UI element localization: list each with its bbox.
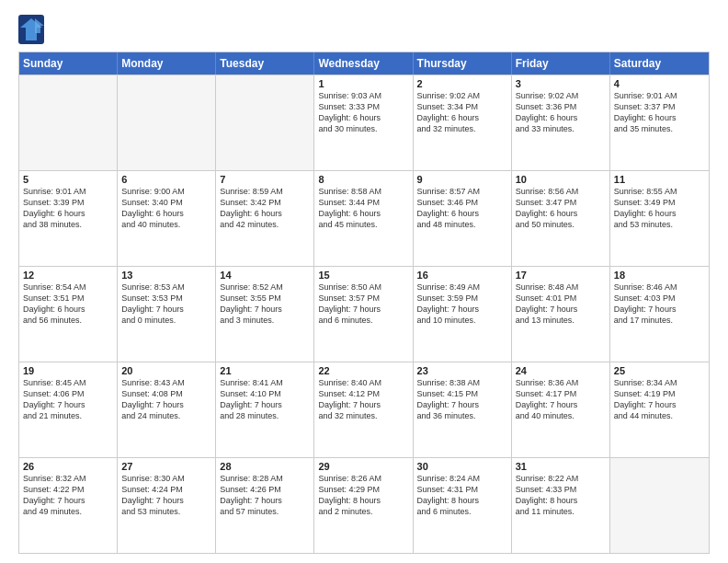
- cal-cell: 19Sunrise: 8:45 AM Sunset: 4:06 PM Dayli…: [19, 362, 118, 457]
- cell-text: Sunrise: 9:02 AM Sunset: 3:34 PM Dayligh…: [417, 91, 481, 133]
- cell-text: Sunrise: 8:58 AM Sunset: 3:44 PM Dayligh…: [318, 187, 381, 229]
- cell-text: Sunrise: 9:03 AM Sunset: 3:33 PM Dayligh…: [318, 91, 381, 133]
- cell-text: Sunrise: 8:50 AM Sunset: 3:57 PM Dayligh…: [318, 282, 381, 325]
- cal-cell: [118, 75, 216, 170]
- cell-text: Sunrise: 8:57 AM Sunset: 3:46 PM Dayligh…: [417, 187, 481, 229]
- day-number: 11: [614, 174, 705, 185]
- cal-week: 19Sunrise: 8:45 AM Sunset: 4:06 PM Dayli…: [19, 362, 709, 457]
- cell-text: Sunrise: 8:36 AM Sunset: 4:17 PM Dayligh…: [516, 378, 579, 420]
- cal-cell: 7Sunrise: 8:59 AM Sunset: 3:42 PM Daylig…: [216, 171, 314, 266]
- cal-cell: 30Sunrise: 8:24 AM Sunset: 4:31 PM Dayli…: [414, 458, 512, 553]
- cal-cell: 17Sunrise: 8:48 AM Sunset: 4:01 PM Dayli…: [512, 267, 610, 362]
- cal-cell: 14Sunrise: 8:52 AM Sunset: 3:55 PM Dayli…: [216, 267, 314, 362]
- page-header: [18, 15, 710, 44]
- day-number: 31: [516, 461, 606, 472]
- cell-text: Sunrise: 8:22 AM Sunset: 4:33 PM Dayligh…: [516, 474, 579, 516]
- cal-cell: 28Sunrise: 8:28 AM Sunset: 4:26 PM Dayli…: [216, 458, 314, 553]
- day-number: 19: [23, 365, 113, 376]
- cal-cell: 13Sunrise: 8:53 AM Sunset: 3:53 PM Dayli…: [118, 267, 216, 362]
- calendar-header-row: SundayMondayTuesdayWednesdayThursdayFrid…: [19, 52, 709, 75]
- cell-text: Sunrise: 8:32 AM Sunset: 4:22 PM Dayligh…: [23, 474, 86, 516]
- day-number: 23: [417, 365, 507, 376]
- cell-text: Sunrise: 8:38 AM Sunset: 4:15 PM Dayligh…: [417, 378, 481, 420]
- day-number: 2: [417, 78, 507, 89]
- day-number: 8: [318, 174, 408, 185]
- cal-week: 1Sunrise: 9:03 AM Sunset: 3:33 PM Daylig…: [19, 75, 709, 170]
- cal-cell: 1Sunrise: 9:03 AM Sunset: 3:33 PM Daylig…: [314, 75, 413, 170]
- cal-cell: 20Sunrise: 8:43 AM Sunset: 4:08 PM Dayli…: [118, 362, 216, 457]
- cell-text: Sunrise: 8:52 AM Sunset: 3:55 PM Dayligh…: [220, 282, 283, 325]
- cell-text: Sunrise: 8:53 AM Sunset: 3:53 PM Dayligh…: [121, 282, 185, 325]
- cell-text: Sunrise: 8:55 AM Sunset: 3:49 PM Dayligh…: [614, 187, 677, 229]
- day-number: 22: [318, 365, 408, 376]
- logo-icon: [18, 15, 44, 44]
- cell-text: Sunrise: 8:48 AM Sunset: 4:01 PM Dayligh…: [516, 282, 579, 325]
- day-number: 24: [516, 365, 606, 376]
- day-number: 16: [417, 270, 507, 281]
- day-number: 4: [614, 78, 705, 89]
- cal-cell: 10Sunrise: 8:56 AM Sunset: 3:47 PM Dayli…: [512, 171, 610, 266]
- day-number: 13: [121, 270, 211, 281]
- day-number: 28: [220, 461, 310, 472]
- cal-cell: 8Sunrise: 8:58 AM Sunset: 3:44 PM Daylig…: [314, 171, 413, 266]
- cal-cell: 5Sunrise: 9:01 AM Sunset: 3:39 PM Daylig…: [19, 171, 118, 266]
- cell-text: Sunrise: 8:24 AM Sunset: 4:31 PM Dayligh…: [417, 474, 481, 516]
- cal-header-cell: Wednesday: [314, 52, 413, 75]
- day-number: 12: [23, 270, 113, 281]
- cal-cell: 3Sunrise: 9:02 AM Sunset: 3:36 PM Daylig…: [512, 75, 610, 170]
- day-number: 5: [23, 174, 113, 185]
- cell-text: Sunrise: 9:02 AM Sunset: 3:36 PM Dayligh…: [516, 91, 579, 133]
- day-number: 30: [417, 461, 507, 472]
- cell-text: Sunrise: 8:49 AM Sunset: 3:59 PM Dayligh…: [417, 282, 481, 325]
- cal-cell: 2Sunrise: 9:02 AM Sunset: 3:34 PM Daylig…: [414, 75, 512, 170]
- cal-cell: [216, 75, 314, 170]
- cell-text: Sunrise: 8:59 AM Sunset: 3:42 PM Dayligh…: [220, 187, 283, 229]
- cell-text: Sunrise: 8:56 AM Sunset: 3:47 PM Dayligh…: [516, 187, 579, 229]
- cell-text: Sunrise: 8:41 AM Sunset: 4:10 PM Dayligh…: [220, 378, 283, 420]
- day-number: 9: [417, 174, 507, 185]
- cal-cell: 29Sunrise: 8:26 AM Sunset: 4:29 PM Dayli…: [314, 458, 413, 553]
- day-number: 10: [516, 174, 606, 185]
- cal-header-cell: Monday: [118, 52, 216, 75]
- cal-cell: 25Sunrise: 8:34 AM Sunset: 4:19 PM Dayli…: [610, 362, 709, 457]
- cal-header-cell: Sunday: [19, 52, 118, 75]
- cal-cell: 26Sunrise: 8:32 AM Sunset: 4:22 PM Dayli…: [19, 458, 118, 553]
- cell-text: Sunrise: 8:26 AM Sunset: 4:29 PM Dayligh…: [318, 474, 381, 516]
- cell-text: Sunrise: 9:01 AM Sunset: 3:39 PM Dayligh…: [23, 187, 86, 229]
- day-number: 27: [121, 461, 211, 472]
- day-number: 1: [318, 78, 408, 89]
- cal-cell: 15Sunrise: 8:50 AM Sunset: 3:57 PM Dayli…: [314, 267, 413, 362]
- cal-week: 5Sunrise: 9:01 AM Sunset: 3:39 PM Daylig…: [19, 170, 709, 266]
- day-number: 26: [23, 461, 113, 472]
- day-number: 7: [220, 174, 310, 185]
- cell-text: Sunrise: 8:43 AM Sunset: 4:08 PM Dayligh…: [121, 378, 185, 420]
- cal-header-cell: Tuesday: [216, 52, 314, 75]
- cal-cell: 24Sunrise: 8:36 AM Sunset: 4:17 PM Dayli…: [512, 362, 610, 457]
- day-number: 21: [220, 365, 310, 376]
- cal-cell: 6Sunrise: 9:00 AM Sunset: 3:40 PM Daylig…: [118, 171, 216, 266]
- day-number: 20: [121, 365, 211, 376]
- calendar: SundayMondayTuesdayWednesdayThursdayFrid…: [18, 52, 710, 554]
- day-number: 17: [516, 270, 606, 281]
- calendar-body: 1Sunrise: 9:03 AM Sunset: 3:33 PM Daylig…: [19, 75, 709, 553]
- cal-cell: [19, 75, 118, 170]
- cell-text: Sunrise: 8:45 AM Sunset: 4:06 PM Dayligh…: [23, 378, 86, 420]
- cell-text: Sunrise: 8:46 AM Sunset: 4:03 PM Dayligh…: [614, 282, 677, 325]
- day-number: 15: [318, 270, 408, 281]
- cal-cell: 12Sunrise: 8:54 AM Sunset: 3:51 PM Dayli…: [19, 267, 118, 362]
- cal-cell: 23Sunrise: 8:38 AM Sunset: 4:15 PM Dayli…: [414, 362, 512, 457]
- day-number: 18: [614, 270, 705, 281]
- cell-text: Sunrise: 8:40 AM Sunset: 4:12 PM Dayligh…: [318, 378, 381, 420]
- cal-cell: 11Sunrise: 8:55 AM Sunset: 3:49 PM Dayli…: [610, 171, 709, 266]
- cal-cell: 22Sunrise: 8:40 AM Sunset: 4:12 PM Dayli…: [314, 362, 413, 457]
- day-number: 3: [516, 78, 606, 89]
- cell-text: Sunrise: 9:01 AM Sunset: 3:37 PM Dayligh…: [614, 91, 677, 133]
- cal-cell: 31Sunrise: 8:22 AM Sunset: 4:33 PM Dayli…: [512, 458, 610, 553]
- cell-text: Sunrise: 8:34 AM Sunset: 4:19 PM Dayligh…: [614, 378, 677, 420]
- cal-cell: 18Sunrise: 8:46 AM Sunset: 4:03 PM Dayli…: [610, 267, 709, 362]
- cell-text: Sunrise: 8:28 AM Sunset: 4:26 PM Dayligh…: [220, 474, 283, 516]
- cal-header-cell: Thursday: [414, 52, 512, 75]
- cell-text: Sunrise: 9:00 AM Sunset: 3:40 PM Dayligh…: [121, 187, 185, 229]
- day-number: 14: [220, 270, 310, 281]
- cal-cell: 16Sunrise: 8:49 AM Sunset: 3:59 PM Dayli…: [414, 267, 512, 362]
